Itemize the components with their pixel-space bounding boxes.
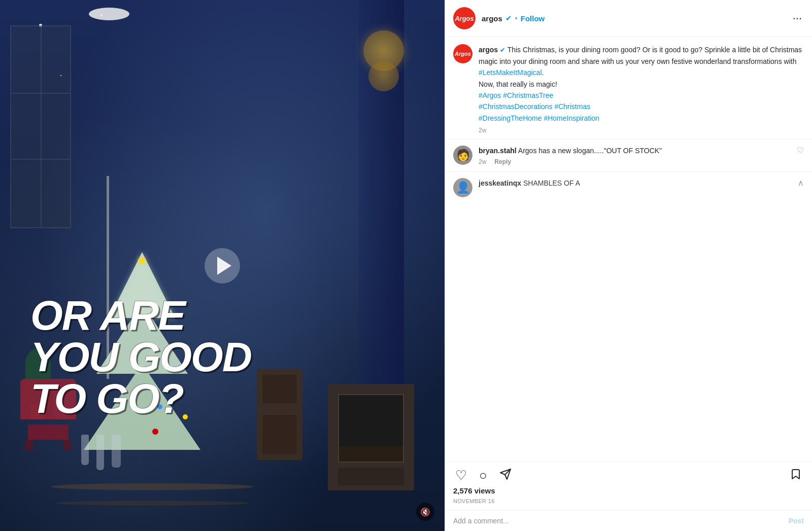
lamp-shade xyxy=(89,8,129,20)
play-button[interactable] xyxy=(205,248,240,284)
comment-avatar-2: 👤 xyxy=(453,178,472,197)
separator-dot: • xyxy=(515,14,518,22)
header-avatar: Argos xyxy=(453,7,476,29)
chevron-up-icon: ∧ xyxy=(798,179,804,187)
like-button[interactable]: ♡ xyxy=(453,467,469,484)
commenter-avatar-icon-2: 👤 xyxy=(456,181,470,194)
caption-time: 2w xyxy=(479,127,804,134)
actions-bar: ♡ ○ xyxy=(445,462,812,510)
post-date: NOVEMBER 16 xyxy=(453,497,804,508)
mute-button[interactable]: 🔇 xyxy=(416,503,434,521)
comment-icon: ○ xyxy=(479,468,487,483)
caption-hashtags2[interactable]: #Argos #ChristmasTree #ChristmasDecorati… xyxy=(479,91,599,122)
info-panel: Argos argos ✔ • Follow ··· Argos argos xyxy=(445,0,812,531)
caption-content: argos ✔ This Christmas, is your dining r… xyxy=(479,44,804,134)
table-glasses xyxy=(81,435,121,470)
avatar-logo-text: Argos xyxy=(455,15,474,22)
cabinet-element xyxy=(257,369,302,460)
bookmark-button[interactable] xyxy=(788,466,804,484)
comment-item-2: 👤 jesskeatinqx SHAMBLES OF A ∧ xyxy=(445,171,812,203)
comment-avatar-1: 🧑 xyxy=(453,146,472,165)
header-username-block: argos ✔ • Follow xyxy=(482,14,791,23)
caption-hashtag1[interactable]: #LetsMakeItMagical xyxy=(479,68,542,77)
caption-avatar: Argos xyxy=(453,44,472,63)
heart-icon-1: ♡ xyxy=(797,146,804,155)
comment-body-1: Argos has a new slogan....."OUT OF STOCK… xyxy=(518,147,662,155)
comment-content-2: jesskeatinqx SHAMBLES OF A xyxy=(479,178,792,189)
verified-badge: ✔ xyxy=(505,14,512,23)
header-username[interactable]: argos xyxy=(482,14,502,23)
mute-icon: 🔇 xyxy=(420,507,430,517)
commenter-username-1[interactable]: bryan.stahl xyxy=(479,147,517,155)
share-button[interactable] xyxy=(497,466,514,484)
more-options-button[interactable]: ··· xyxy=(791,13,804,24)
comment-input[interactable] xyxy=(453,517,789,525)
window-element xyxy=(10,25,71,228)
comment-button[interactable]: ○ xyxy=(477,467,489,484)
action-icons-row: ♡ ○ xyxy=(453,466,804,484)
caption-avatar-text: Argos xyxy=(455,51,471,57)
table-surface xyxy=(49,483,255,490)
comment-item: 🧑 bryan.stahl Argos has a new slogan....… xyxy=(445,139,812,171)
caption-text-block: argos ✔ This Christmas, is your dining r… xyxy=(479,44,804,124)
fireplace-element xyxy=(328,384,414,490)
add-comment-bar: Post xyxy=(445,510,812,531)
commenter-avatar-icon: 🧑 xyxy=(456,149,470,162)
gold-decorations xyxy=(353,30,414,132)
caption-body: This Christmas, is your dining room good… xyxy=(479,46,802,65)
post-comment-button[interactable]: Post xyxy=(789,517,804,525)
follow-button[interactable]: Follow xyxy=(521,14,545,23)
table-base xyxy=(55,501,250,506)
ellipsis-icon: ··· xyxy=(793,12,802,24)
views-count: 2,576 views xyxy=(453,484,804,497)
video-overlay-text: OR ARE YOU GOOD TO GO? xyxy=(30,295,251,419)
caption-username[interactable]: argos xyxy=(479,46,498,54)
share-icon xyxy=(499,468,512,483)
caption-area: Argos argos ✔ This Christmas, is your di… xyxy=(445,37,812,139)
commenter-username-2[interactable]: jesskeatinqx xyxy=(479,179,521,187)
instagram-post: ★ xyxy=(0,0,812,531)
video-panel: ★ xyxy=(0,0,445,531)
comment-content-1: bryan.stahl Argos has a new slogan....."… xyxy=(479,146,791,165)
comment-body-2: SHAMBLES OF A xyxy=(523,179,580,187)
comment-reply-button-1[interactable]: Reply xyxy=(494,158,511,165)
play-icon xyxy=(217,257,231,275)
caption-verified: ✔ xyxy=(500,46,505,54)
post-header: Argos argos ✔ • Follow ··· xyxy=(445,0,812,37)
comment-like-button-1[interactable]: ♡ xyxy=(797,146,804,155)
comment-time-1: 2w xyxy=(479,158,486,165)
bookmark-icon xyxy=(790,468,802,483)
comments-area: 🧑 bryan.stahl Argos has a new slogan....… xyxy=(445,139,812,462)
comment-like-button-2[interactable]: ∧ xyxy=(798,178,804,188)
heart-icon: ♡ xyxy=(455,468,467,483)
comment-footer-1: 2w Reply xyxy=(479,158,791,165)
comment-text-2: jesskeatinqx SHAMBLES OF A xyxy=(479,178,792,189)
comment-text-1: bryan.stahl Argos has a new slogan....."… xyxy=(479,146,791,156)
caption-row: Argos argos ✔ This Christmas, is your di… xyxy=(453,44,804,134)
